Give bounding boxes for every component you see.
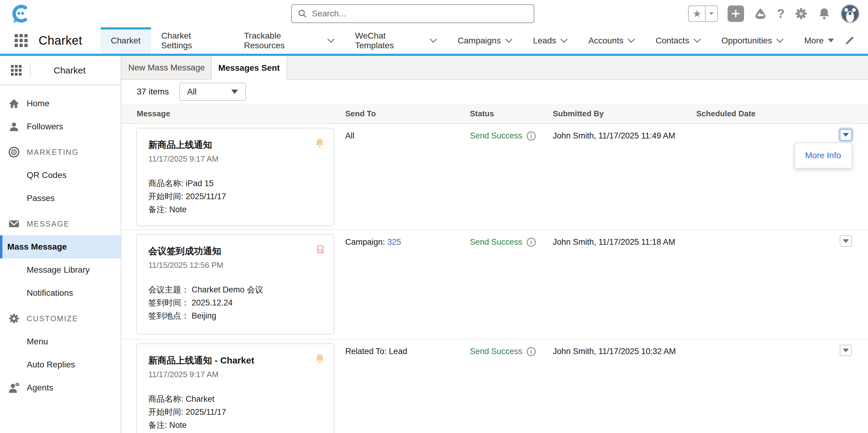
help-icon[interactable]: ? <box>777 6 785 21</box>
message-datetime: 11/17/2025 9:17 AM <box>148 154 324 164</box>
chevron-down-icon <box>693 39 701 43</box>
chevron-down-icon <box>327 39 335 43</box>
sidebar-item-home[interactable]: Home <box>0 92 121 115</box>
app-launcher-icon[interactable] <box>14 34 28 47</box>
submitted-by-cell: John Smith, 11/17/2025 11:49 AM <box>553 131 675 141</box>
message-card[interactable]: 新商品上线通知 11/17/2025 9:17 AM 商品名称: iPad 15… <box>136 128 334 226</box>
nav-tab-charket[interactable]: Charket <box>101 27 151 54</box>
list-controls-bar: 37 items All <box>121 80 868 104</box>
gear-icon <box>7 312 21 325</box>
main-tab-strip: New Mass Message Messages Sent <box>121 56 868 80</box>
nav-tab-trackable-resources[interactable]: Trackable Resources <box>234 27 345 54</box>
search-input[interactable] <box>312 9 528 19</box>
nav-tab-opportunities[interactable]: Opportunities <box>711 27 794 54</box>
sidebar-item-notifications[interactable]: Notifications <box>0 281 121 305</box>
sidebar-item-followers[interactable]: Followers <box>0 115 121 138</box>
sidebar-menu: Home Followers MARKETING QR Codes Passes <box>0 85 121 399</box>
chevron-down-icon <box>560 39 568 43</box>
triangle-down-icon <box>843 239 849 243</box>
row-actions-button[interactable] <box>840 129 852 141</box>
nav-tab-charket-settings[interactable]: Charket Settings <box>151 27 234 54</box>
sidebar-title: Charket <box>31 65 121 76</box>
favorite-star-button[interactable]: ★ <box>689 6 705 21</box>
sidebar-section-marketing[interactable]: MARKETING <box>0 141 121 164</box>
agents-icon <box>7 381 21 394</box>
info-icon[interactable]: i <box>527 347 536 356</box>
chevron-down-icon <box>628 39 635 43</box>
nav-tab-campaigns[interactable]: Campaigns <box>447 27 523 54</box>
message-card[interactable]: 新商品上线通知 - Charket 11/17/2025 9:17 AM 商品名… <box>136 343 334 433</box>
column-header-status: Status <box>470 104 494 124</box>
favorites-list-button[interactable] <box>705 6 717 21</box>
setup-gear-icon[interactable] <box>795 7 808 20</box>
envelope-icon <box>7 217 21 230</box>
campaign-link[interactable]: 325 <box>388 237 401 246</box>
bell-icon <box>314 138 325 148</box>
menu-item-more-info[interactable]: More Info <box>805 151 841 160</box>
message-title: 新商品上线通知 - Charket <box>148 354 324 367</box>
sidebar-section-customize[interactable]: CUSTOMIZE <box>0 307 121 330</box>
home-icon <box>7 97 21 110</box>
message-card[interactable]: 会议签到成功通知 11/15/2025 12:56 PM 会议主题： Chark… <box>136 234 334 334</box>
sidebar-item-mass-message[interactable]: Mass Message <box>0 235 121 258</box>
global-actions-button[interactable] <box>727 5 744 22</box>
send-to-cell: Related To: Lead <box>345 347 407 356</box>
nav-tab-more[interactable]: More <box>794 27 844 54</box>
status-cell: Send Success i <box>470 131 536 141</box>
sidebar-item-agents[interactable]: Agents <box>0 376 121 399</box>
row-actions-button[interactable] <box>840 235 852 247</box>
chevron-down-icon <box>505 39 513 43</box>
main-panel: New Mass Message Messages Sent 37 items … <box>121 56 868 433</box>
triangle-down-icon <box>828 39 834 42</box>
table-row: 新商品上线通知 - Charket 11/17/2025 9:17 AM 商品名… <box>121 339 868 433</box>
status-cell: Send Success i <box>470 237 536 247</box>
global-search[interactable] <box>291 4 534 23</box>
column-header-send-to: Send To <box>345 104 376 124</box>
nav-tab-accounts[interactable]: Accounts <box>578 27 645 54</box>
filter-value: All <box>187 87 197 97</box>
sidebar-item-passes[interactable]: Passes <box>0 187 121 210</box>
message-body: 商品名称: iPad 15 开始时间: 2025/11/17 备注: Note <box>148 177 324 216</box>
caret-down-icon <box>710 12 714 15</box>
sidebar-item-menu[interactable]: Menu <box>0 330 121 353</box>
item-count: 37 items <box>137 87 169 97</box>
person-icon <box>7 120 21 133</box>
table-row: 新商品上线通知 11/17/2025 9:17 AM 商品名称: iPad 15… <box>121 124 868 230</box>
chevron-down-icon <box>776 39 783 43</box>
sidebar-item-auto-replies[interactable]: Auto Replies <box>0 353 121 376</box>
row-actions-button[interactable] <box>840 345 852 356</box>
trailhead-icon[interactable] <box>754 7 767 20</box>
target-icon <box>7 145 21 159</box>
sidebar-waffle-icon[interactable] <box>11 65 22 76</box>
content-area: Charket Home Followers MARKETING <box>0 56 868 433</box>
user-avatar[interactable] <box>841 4 860 23</box>
submitted-by-cell: John Smith, 11/17/2025 11:18 AM <box>553 237 675 247</box>
message-body: 商品名称: Charket 开始时间: 2025/11/17 备注: Note <box>148 393 324 432</box>
sidebar-item-qr-codes[interactable]: QR Codes <box>0 164 121 187</box>
tab-new-mass-message[interactable]: New Mass Message <box>121 56 212 79</box>
nav-tab-wechat-templates[interactable]: WeChat Templates <box>345 27 447 54</box>
status-text: Send Success <box>470 237 522 247</box>
bell-icon <box>314 353 325 364</box>
triangle-down-icon <box>843 133 849 137</box>
status-text: Send Success <box>470 131 522 141</box>
info-icon[interactable]: i <box>527 238 536 247</box>
edit-nav-pencil-icon[interactable] <box>844 36 855 46</box>
status-cell: Send Success i <box>470 347 536 356</box>
send-to-cell: Campaign:325 <box>345 237 401 247</box>
tab-messages-sent[interactable]: Messages Sent <box>212 56 287 80</box>
global-header: ★ ? <box>0 0 868 27</box>
sidebar-section-message[interactable]: MESSAGE <box>0 212 121 235</box>
nav-tab-leads[interactable]: Leads <box>523 27 578 54</box>
column-header-submitted-by: Submitted By <box>553 104 604 124</box>
message-body: 会议主题： Charket Demo 会议 签到时间： 2025.12.24 签… <box>148 283 324 323</box>
notifications-bell-icon[interactable] <box>817 7 831 20</box>
nav-tab-contacts[interactable]: Contacts <box>645 27 711 54</box>
sidebar-item-message-library[interactable]: Message Library <box>0 258 121 281</box>
filter-dropdown[interactable]: All <box>179 82 246 101</box>
message-title: 会议签到成功通知 <box>148 245 324 258</box>
info-icon[interactable]: i <box>527 131 536 141</box>
favorites-combo-button[interactable]: ★ <box>688 5 718 22</box>
app-nav-bar: Charket Charket Charket Settings Trackab… <box>0 27 868 56</box>
charket-logo-icon <box>10 4 30 24</box>
